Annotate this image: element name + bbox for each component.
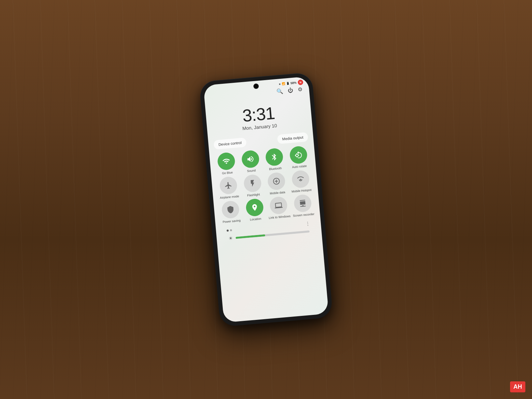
- quick-settings: Device control Media output Go Blue: [208, 128, 329, 323]
- auto-rotate-label: Auto rotate: [292, 164, 307, 169]
- link-windows-label: Link to Windows: [269, 214, 291, 219]
- signal-icon: 📱: [286, 82, 290, 85]
- phone-screen: ★ 📶 📱 58% N 🔍 ⏻ ⚙ 3:31 Mon, January 10: [203, 76, 329, 323]
- bluetooth-label: Bluetooth: [269, 167, 282, 171]
- screen-recorder-label: Screen recorder: [293, 212, 315, 217]
- page-dot-1: [226, 230, 229, 232]
- toggle-power-saving[interactable]: Power saving: [219, 200, 243, 224]
- brightness-fill: [235, 234, 265, 239]
- hotspot-label: Mobile Hotspot: [291, 188, 312, 194]
- location-label: Location: [250, 217, 261, 221]
- toggle-sound[interactable]: Sound: [239, 150, 263, 174]
- brightness-track[interactable]: [235, 230, 310, 239]
- toggle-mobile-data[interactable]: Mobile data: [265, 172, 289, 196]
- toggle-auto-rotate[interactable]: Auto rotate: [287, 145, 311, 169]
- mobile-data-circle: [267, 172, 286, 191]
- notification-badge: N: [298, 79, 303, 85]
- auto-rotate-circle: [289, 146, 308, 164]
- screen-recorder-circle: [293, 194, 312, 212]
- sound-circle: [241, 150, 260, 168]
- device-control-button[interactable]: Device control: [213, 138, 247, 150]
- airplane-circle: [219, 176, 238, 195]
- wifi-status-icon: 📶: [282, 82, 285, 85]
- toggle-screen-recorder[interactable]: Screen recorder: [291, 194, 315, 217]
- go-blue-circle: [217, 152, 236, 171]
- phone: ★ 📶 📱 58% N 🔍 ⏻ ⚙ 3:31 Mon, January 10: [199, 72, 333, 327]
- search-icon[interactable]: 🔍: [276, 88, 284, 95]
- toggle-grid: Go Blue Sound: [214, 145, 315, 224]
- power-saving-label: Power saving: [222, 219, 241, 224]
- settings-icon[interactable]: ⚙: [298, 86, 303, 93]
- sound-label: Sound: [247, 169, 256, 173]
- battery-level: 58%: [290, 81, 297, 85]
- toggle-bluetooth[interactable]: Bluetooth: [263, 148, 287, 172]
- hotspot-circle: [291, 170, 310, 188]
- flashlight-label: Flashlight: [247, 193, 260, 197]
- more-options-icon[interactable]: ⋮: [305, 221, 310, 226]
- status-icons: ★ 📶 📱 58%: [278, 81, 297, 86]
- flashlight-circle: [243, 174, 262, 193]
- bluetooth-circle: [265, 148, 284, 166]
- media-output-button[interactable]: Media output: [277, 132, 309, 144]
- location-circle: [245, 198, 264, 217]
- toggle-flashlight[interactable]: Flashlight: [241, 174, 265, 198]
- toggle-location[interactable]: Location: [243, 198, 267, 222]
- brightness-icon: ☀: [228, 236, 233, 241]
- page-dots: [226, 229, 232, 232]
- power-icon[interactable]: ⏻: [288, 87, 294, 93]
- power-saving-circle: [221, 200, 240, 219]
- bluetooth-status-icon: ★: [279, 82, 281, 86]
- ah-watermark: AH: [510, 381, 525, 392]
- page-dot-2: [230, 229, 232, 232]
- toggle-hotspot[interactable]: Mobile Hotspot: [289, 170, 313, 194]
- link-windows-circle: [269, 196, 288, 214]
- toggle-go-blue[interactable]: Go Blue: [214, 152, 238, 176]
- toggle-link-windows[interactable]: Link to Windows: [267, 196, 291, 220]
- go-blue-label: Go Blue: [222, 171, 233, 175]
- mobile-data-label: Mobile data: [270, 191, 285, 196]
- phone-container: ★ 📶 📱 58% N 🔍 ⏻ ⚙ 3:31 Mon, January 10: [199, 72, 333, 327]
- airplane-label: Airplane mode: [220, 195, 239, 200]
- toggle-airplane[interactable]: Airplane mode: [217, 176, 241, 200]
